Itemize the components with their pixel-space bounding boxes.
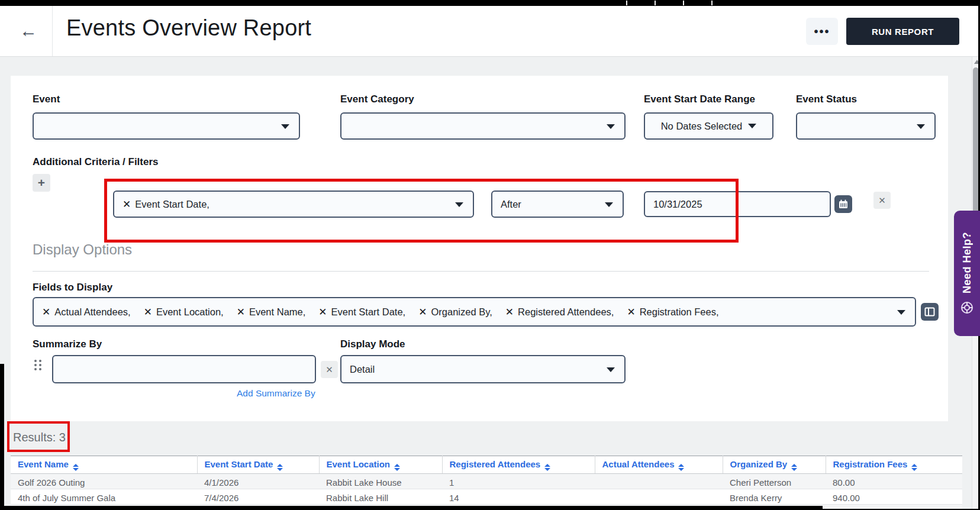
sort-icon[interactable]: [911, 464, 917, 471]
remove-chip-x-icon[interactable]: ✕: [505, 306, 514, 318]
run-report-button[interactable]: RUN REPORT: [846, 18, 959, 45]
calendar-picker-button[interactable]: [834, 195, 852, 213]
table-cell: 1: [442, 474, 595, 489]
column-header-label: Registration Fees: [833, 459, 908, 469]
field-chip: ✕Event Location,: [144, 306, 224, 318]
drag-handle-icon[interactable]: [34, 360, 41, 370]
remove-chip-x-icon[interactable]: ✕: [627, 306, 635, 318]
event-start-date-range-button[interactable]: No Dates Selected: [644, 112, 773, 140]
tab-divider: [655, 1, 656, 5]
event-label: Event: [33, 93, 60, 105]
table-cell: 14: [442, 489, 595, 505]
table-cell: Cheri Petterson: [723, 474, 826, 489]
column-header-label: Organized By: [730, 459, 788, 469]
criteria-operator-dropdown[interactable]: After: [491, 191, 624, 218]
page-title: Events Overview Report: [66, 15, 311, 41]
more-options-button[interactable]: •••: [806, 18, 838, 45]
summarize-by-input[interactable]: [52, 355, 316, 383]
add-summarize-by-link[interactable]: Add Summarize By: [237, 388, 315, 399]
table-row: 4th of July Summer Gala7/4/2026Rabbit La…: [11, 489, 962, 505]
need-help-label: Need Help?: [961, 232, 973, 293]
clear-summarize-by-button[interactable]: ✕: [321, 361, 338, 378]
field-chip: ✕Registered Attendees,: [505, 306, 614, 318]
display-mode-value: Detail: [350, 364, 375, 375]
table-row: Golf 2026 Outing4/1/2026Rabbit Lake Hous…: [11, 474, 962, 489]
remove-chip-x-icon[interactable]: ✕: [42, 306, 50, 318]
sort-icon[interactable]: [73, 464, 79, 471]
chevron-down-icon: [281, 124, 289, 129]
remove-chip-x-icon[interactable]: ✕: [237, 306, 245, 318]
columns-icon: [924, 307, 935, 317]
field-chip: ✕Organized By,: [418, 306, 492, 318]
remove-chip-x-icon[interactable]: ✕: [122, 198, 131, 210]
calendar-icon: [838, 199, 849, 209]
criteria-operator-value: After: [501, 199, 521, 210]
events-overview-report-page: ← Events Overview Report ••• RUN REPORT …: [0, 0, 980, 510]
field-chip-label: Registered Attendees,: [518, 306, 614, 318]
event-start-date-range-value: No Dates Selected: [661, 121, 743, 132]
column-header[interactable]: Actual Attendees: [595, 456, 723, 474]
back-arrow-icon[interactable]: ←: [13, 15, 44, 46]
tab-divider: [683, 1, 684, 5]
column-header[interactable]: Registration Fees: [826, 456, 962, 474]
column-layout-button[interactable]: [921, 303, 939, 321]
criteria-field-dropdown[interactable]: ✕ Event Start Date,: [113, 191, 474, 218]
table-cell: 7/4/2026: [197, 489, 319, 505]
field-chip: ✕Event Start Date,: [318, 306, 405, 318]
column-header[interactable]: Event Name: [11, 456, 197, 474]
column-header[interactable]: Organized By: [723, 456, 826, 474]
section-divider: [33, 271, 929, 272]
need-help-tab[interactable]: Need Help?: [954, 211, 980, 336]
remove-chip-x-icon[interactable]: ✕: [418, 306, 427, 318]
add-criteria-button[interactable]: +: [33, 174, 50, 192]
remove-chip-x-icon[interactable]: ✕: [144, 306, 152, 318]
field-chip-label: Event Start Date,: [331, 306, 406, 318]
column-header[interactable]: Registered Attendees: [442, 456, 595, 474]
top-window-bar: [0, 0, 980, 6]
field-chip: ✕Event Name,: [237, 306, 306, 318]
header-divider: [52, 6, 53, 56]
x-icon: ✕: [325, 364, 333, 375]
chevron-down-icon: [607, 367, 615, 372]
plus-icon: +: [38, 176, 45, 190]
chevron-down-icon: [455, 202, 463, 207]
column-header[interactable]: Event Start Date: [197, 456, 319, 474]
chevron-down-icon: [748, 124, 756, 128]
table-cell: 80.00: [826, 474, 962, 489]
field-chip: ✕Actual Attendees,: [42, 306, 131, 318]
criteria-date-input[interactable]: 10/31/2025: [644, 191, 831, 217]
results-count: Results: 3: [13, 431, 66, 444]
field-chip-label: Event Name,: [249, 306, 305, 318]
column-header[interactable]: Event Location: [319, 456, 442, 474]
additional-criteria-label: Additional Criteria / Filters: [33, 156, 159, 168]
sort-icon[interactable]: [791, 464, 797, 471]
event-category-dropdown[interactable]: [340, 112, 626, 140]
life-buoy-icon: [960, 301, 974, 315]
sort-icon[interactable]: [544, 464, 550, 471]
event-start-date-range-label: Event Start Date Range: [644, 93, 755, 105]
sort-icon[interactable]: [394, 464, 400, 471]
fields-to-display-box[interactable]: ✕Actual Attendees,✕Event Location,✕Event…: [33, 297, 916, 327]
remove-criteria-row-button[interactable]: ✕: [873, 192, 891, 209]
event-dropdown[interactable]: [33, 112, 300, 140]
field-chip-label: Actual Attendees,: [54, 306, 130, 318]
table-cell: 4/1/2026: [197, 474, 319, 489]
column-header-label: Event Location: [327, 459, 391, 469]
remove-chip-x-icon[interactable]: ✕: [318, 306, 327, 318]
event-status-dropdown[interactable]: [796, 112, 936, 140]
sort-icon[interactable]: [277, 464, 283, 471]
criteria-field-value: Event Start Date,: [135, 199, 209, 210]
chevron-down-icon: [917, 124, 925, 129]
sort-icon[interactable]: [678, 464, 684, 471]
chevron-down-icon: [897, 310, 905, 315]
x-icon: ✕: [878, 195, 886, 206]
column-header-label: Event Name: [18, 459, 69, 469]
table-cell: 940.00: [826, 489, 962, 505]
results-table: Event NameEvent Start DateEvent Location…: [11, 456, 962, 510]
column-header-label: Actual Attendees: [602, 459, 675, 469]
display-mode-label: Display Mode: [340, 338, 405, 350]
display-mode-dropdown[interactable]: Detail: [340, 355, 626, 383]
summarize-by-label: Summarize By: [33, 338, 102, 350]
field-chip-label: Organized By,: [431, 306, 492, 318]
chevron-down-icon: [607, 124, 615, 129]
